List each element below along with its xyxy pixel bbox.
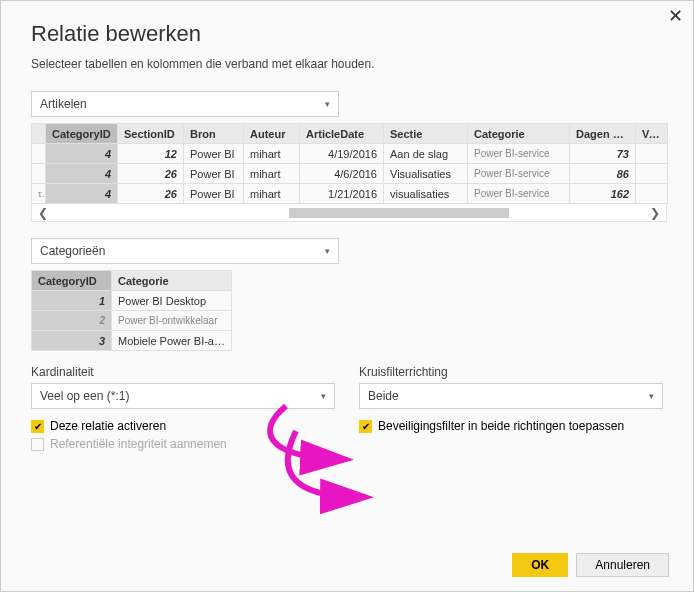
chevron-down-icon: ▾ bbox=[649, 391, 654, 401]
col-CategoryID[interactable]: CategoryID bbox=[46, 124, 118, 144]
col-Categorie[interactable]: Categorie bbox=[468, 124, 570, 144]
form-row: Kardinaliteit Veel op een (*:1) ▾ ✔ Deze… bbox=[31, 365, 663, 451]
table-row[interactable]: τ-i426Power BImihart1/21/2016visualisati… bbox=[32, 184, 668, 204]
table2[interactable]: CategoryID Categorie 1Power BI Desktop2P… bbox=[31, 270, 232, 351]
col-Bron[interactable]: Bron bbox=[184, 124, 244, 144]
check-icon: ✔ bbox=[31, 420, 44, 433]
scroll-thumb[interactable] bbox=[289, 208, 509, 218]
close-icon[interactable]: ✕ bbox=[668, 5, 683, 27]
chevron-down-icon: ▾ bbox=[325, 99, 330, 109]
table-row[interactable]: 426Power BImihart4/6/2016VisualisatiesPo… bbox=[32, 164, 668, 184]
col-SectionID[interactable]: SectionID bbox=[118, 124, 184, 144]
chevron-down-icon: ▾ bbox=[321, 391, 326, 401]
cardinality-label: Kardinaliteit bbox=[31, 365, 335, 379]
col-Dagen[interactable]: Dagen oud bbox=[570, 124, 636, 144]
table-row[interactable]: 1Power BI Desktop bbox=[32, 291, 232, 311]
table-row[interactable]: 2Power BI-ontwikkelaar bbox=[32, 311, 232, 331]
check-icon bbox=[31, 438, 44, 451]
chevron-down-icon: ▾ bbox=[325, 246, 330, 256]
dialog-buttons: OK Annuleren bbox=[512, 553, 669, 577]
col-ArticleDate[interactable]: ArticleDate bbox=[300, 124, 384, 144]
cancel-button[interactable]: Annuleren bbox=[576, 553, 669, 577]
col2-Categorie[interactable]: Categorie bbox=[112, 271, 232, 291]
scroll-left-icon[interactable]: ❮ bbox=[38, 206, 48, 220]
table2-select-value: Categorieën bbox=[40, 244, 105, 258]
table1-select[interactable]: Artikelen ▾ bbox=[31, 91, 339, 117]
crossfilter-label: Kruisfilterrichting bbox=[359, 365, 663, 379]
col-Vers[interactable]: Vers bbox=[636, 124, 668, 144]
scroll-right-icon[interactable]: ❯ bbox=[650, 206, 660, 220]
table-row[interactable]: 3Mobiele Power BI-app bbox=[32, 331, 232, 351]
dialog: Relatie bewerken Selecteer tabellen en k… bbox=[1, 1, 693, 471]
bothdirections-label: Beveiligingsfilter in beide richtingen t… bbox=[378, 419, 624, 433]
bothdirections-checkbox[interactable]: ✔ Beveiligingsfilter in beide richtingen… bbox=[359, 419, 663, 433]
table1-select-value: Artikelen bbox=[40, 97, 87, 111]
check-icon: ✔ bbox=[359, 420, 372, 433]
col-Sectie[interactable]: Sectie bbox=[384, 124, 468, 144]
crossfilter-select[interactable]: Beide ▾ bbox=[359, 383, 663, 409]
integrity-checkbox: Referentiële integriteit aannemen bbox=[31, 437, 335, 451]
table-row[interactable]: 412Power BImihart4/19/2016Aan de slagPow… bbox=[32, 144, 668, 164]
activate-label: Deze relatie activeren bbox=[50, 419, 166, 433]
cardinality-value: Veel op een (*:1) bbox=[40, 389, 129, 403]
integrity-label: Referentiële integriteit aannemen bbox=[50, 437, 227, 451]
col-Auteur[interactable]: Auteur bbox=[244, 124, 300, 144]
crossfilter-value: Beide bbox=[368, 389, 399, 403]
col2-CategoryID[interactable]: CategoryID bbox=[32, 271, 112, 291]
cardinality-select[interactable]: Veel op een (*:1) ▾ bbox=[31, 383, 335, 409]
ok-button[interactable]: OK bbox=[512, 553, 568, 577]
table1-scrollbar[interactable]: ❮ ❯ bbox=[31, 204, 667, 222]
dialog-title: Relatie bewerken bbox=[31, 21, 663, 47]
table1[interactable]: CategoryID SectionID Bron Auteur Article… bbox=[31, 123, 668, 204]
table2-select[interactable]: Categorieën ▾ bbox=[31, 238, 339, 264]
activate-checkbox[interactable]: ✔ Deze relatie activeren bbox=[31, 419, 335, 433]
dialog-subtitle: Selecteer tabellen en kolommen die verba… bbox=[31, 57, 663, 71]
